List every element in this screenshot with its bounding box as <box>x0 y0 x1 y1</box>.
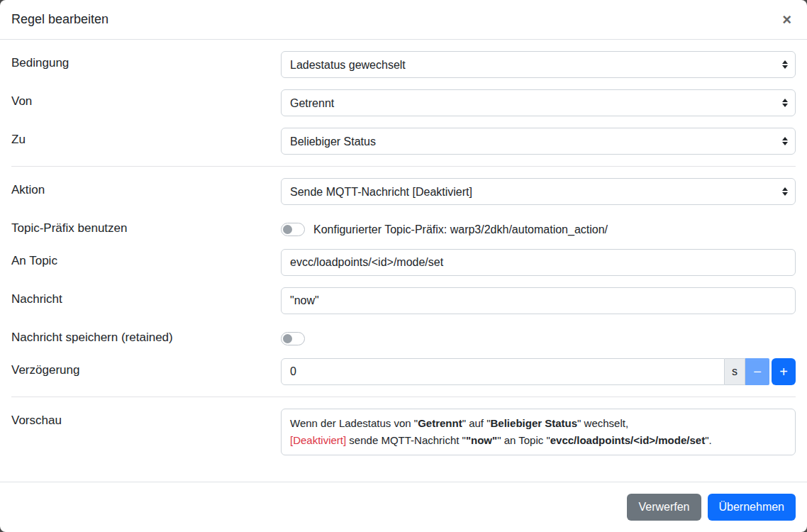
preview-text: " wechselt, <box>577 417 628 429</box>
preview-topic-value: evcc/loadpoints/<id>/mode/set <box>550 434 705 446</box>
delay-minus-button[interactable]: − <box>745 358 769 385</box>
to-row: Zu Beliebiger Status <box>0 128 807 155</box>
topic-prefix-text: Konfigurierter Topic-Präfix: warp3/2dkh/… <box>313 223 608 236</box>
from-label: Von <box>11 89 281 109</box>
retained-control <box>281 326 796 345</box>
preview-text: ". <box>705 434 712 446</box>
delay-unit: s <box>725 358 745 385</box>
message-input[interactable] <box>281 287 796 314</box>
topic-label: An Topic <box>11 249 281 268</box>
condition-row: Bedingung Ladestatus gewechselt <box>0 51 807 78</box>
modal-footer: Verwerfen Übernehmen <box>0 482 807 532</box>
to-label: Zu <box>11 128 281 147</box>
preview-to-value: Beliebiger Status <box>491 417 578 429</box>
section-divider <box>11 166 796 167</box>
from-select[interactable]: Getrennt <box>281 89 796 116</box>
delay-control: s − + <box>281 358 796 385</box>
action-select-wrap: Sende MQTT-Nachricht [Deaktiviert] <box>281 178 796 205</box>
condition-select[interactable]: Ladestatus gewechselt <box>281 51 796 78</box>
action-row: Aktion Sende MQTT-Nachricht [Deaktiviert… <box>0 178 807 205</box>
condition-label: Bedingung <box>11 51 281 70</box>
modal-header: Regel bearbeiten × <box>0 0 807 40</box>
retained-label: Nachricht speichern (retained) <box>11 326 281 345</box>
preview-box: Wenn der Ladestatus von "Getrennt" auf "… <box>281 409 796 455</box>
preview-message-value: "now" <box>466 434 497 446</box>
preview-row: Vorschau Wenn der Ladestatus von "Getren… <box>0 409 807 455</box>
topic-control <box>281 249 796 276</box>
retained-toggle[interactable] <box>281 332 305 345</box>
preview-text: " an Topic " <box>497 434 550 446</box>
preview-text: sende MQTT-Nachricht " <box>346 434 466 446</box>
message-row: Nachricht <box>0 287 807 314</box>
discard-button[interactable]: Verwerfen <box>627 494 701 521</box>
message-control <box>281 287 796 314</box>
preview-disabled-badge: [Deaktiviert] <box>290 434 346 446</box>
preview-from-value: Getrennt <box>418 417 462 429</box>
condition-select-wrap: Ladestatus gewechselt <box>281 51 796 78</box>
apply-button[interactable]: Übernehmen <box>708 494 796 521</box>
preview-control: Wenn der Ladestatus von "Getrennt" auf "… <box>281 409 796 455</box>
delay-row: Verzögerung s − + <box>0 358 807 385</box>
modal-body: Bedingung Ladestatus gewechselt Von Getr… <box>0 40 807 482</box>
preview-line-1: Wenn der Ladestatus von "Getrennt" auf "… <box>290 415 786 432</box>
preview-text: Wenn der Ladestatus von " <box>290 417 418 429</box>
delay-input[interactable] <box>281 358 725 385</box>
close-icon[interactable]: × <box>778 9 796 31</box>
from-row: Von Getrennt <box>0 89 807 116</box>
section-divider <box>11 397 796 397</box>
topic-input[interactable] <box>281 249 796 276</box>
message-label: Nachricht <box>11 287 281 306</box>
to-select-wrap: Beliebiger Status <box>281 128 796 155</box>
toggle-knob <box>283 334 292 343</box>
topic-prefix-label: Topic-Präfix benutzen <box>11 216 281 235</box>
topic-prefix-row: Topic-Präfix benutzen Konfigurierter Top… <box>0 216 807 236</box>
toggle-knob <box>283 225 292 234</box>
preview-text: " auf " <box>462 417 491 429</box>
preview-line-2: [Deaktiviert] sende MQTT-Nachricht ""now… <box>290 432 786 449</box>
topic-prefix-control: Konfigurierter Topic-Präfix: warp3/2dkh/… <box>281 216 796 236</box>
action-select[interactable]: Sende MQTT-Nachricht [Deaktiviert] <box>281 178 796 205</box>
modal-title: Regel bearbeiten <box>11 12 108 27</box>
from-select-wrap: Getrennt <box>281 89 796 116</box>
action-label: Aktion <box>11 178 281 197</box>
topic-prefix-toggle[interactable] <box>281 223 305 236</box>
to-select[interactable]: Beliebiger Status <box>281 128 796 155</box>
topic-row: An Topic <box>0 249 807 276</box>
delay-label: Verzögerung <box>11 358 281 377</box>
delay-plus-button[interactable]: + <box>772 358 796 385</box>
preview-label: Vorschau <box>11 409 281 428</box>
retained-row: Nachricht speichern (retained) <box>0 326 807 345</box>
edit-rule-modal: Regel bearbeiten × Bedingung Ladestatus … <box>0 0 807 532</box>
